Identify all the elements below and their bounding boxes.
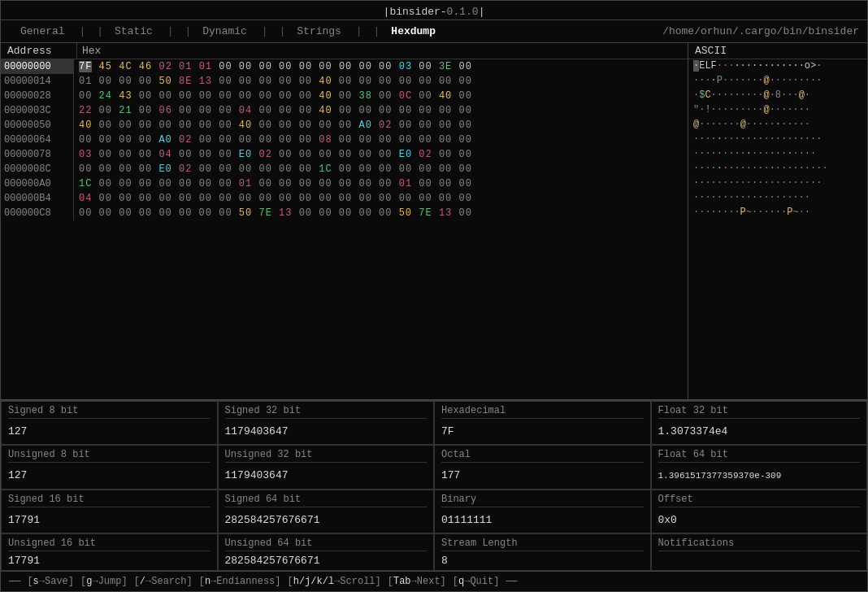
offset-label: Offset [658, 494, 861, 507]
hex-row[interactable]: 00000028 00 24 43 00 00 00 00 00 00 00 0… [1, 89, 688, 103]
ascii-row: ······················· [688, 162, 867, 176]
ascii-row: ·ELF···············o>· [688, 59, 867, 74]
tab-strings[interactable]: Strings [285, 24, 373, 39]
hex-address: 000000A0 [1, 176, 74, 191]
app-container: |binsider-0.1.0| General | Static | Dyna… [0, 0, 868, 592]
hex-headers: Address Hex [1, 43, 688, 59]
signed64-label: Signed 64 bit [225, 494, 427, 507]
unsigned16-value: 17791 [8, 555, 210, 567]
info-cell-unsigned8: Unsigned 8 bit 127 [1, 445, 218, 489]
hex-bytes: 40 00 00 00 00 00 00 00 40 00 00 00 00 0… [74, 119, 688, 132]
hex-address: 000000C8 [1, 206, 74, 220]
signed16-value: 17791 [8, 511, 210, 529]
hex-bytes: 22 00 21 00 06 00 00 00 04 00 00 00 40 0… [74, 104, 688, 117]
ascii-row: @·······@··········· [688, 118, 867, 133]
footer-item-endianness[interactable]: [n→Endianness] [199, 576, 281, 587]
tab-general[interactable]: General [9, 24, 97, 39]
ascii-row: ····P·······@········· [688, 74, 867, 89]
hex-address: 000000B4 [1, 191, 74, 206]
hex-row[interactable]: 00000014 01 00 00 00 50 8E 13 00 00 00 0… [1, 74, 688, 89]
ascii-row: ······················ [688, 176, 867, 191]
hex-row[interactable]: 000000B4 04 00 00 00 00 00 00 00 00 00 0… [1, 191, 688, 206]
info-cell-float64: Float 64 bit 1.3961517377359370e-309 [651, 445, 868, 489]
address-header: Address [4, 43, 77, 59]
unsigned64-label: Unsigned 64 bit [225, 538, 427, 551]
footer-dash-left: —— [9, 576, 20, 587]
tab-static[interactable]: Static [103, 24, 184, 39]
notifications-value [658, 555, 861, 567]
tab-dynamic[interactable]: Dynamic [191, 24, 279, 39]
hex-row[interactable]: 00000050 40 00 00 00 00 00 00 00 40 00 0… [1, 118, 688, 133]
footer-item-save[interactable]: [s→Save] [27, 576, 74, 587]
hex-bytes: 00 00 00 00 E0 02 00 00 00 00 00 00 1C 0… [74, 163, 688, 176]
hex-address: 0000008C [1, 162, 74, 176]
hex-row[interactable]: 00000064 00 00 00 00 A0 02 00 00 00 00 0… [1, 133, 688, 147]
ascii-row: ···················· [688, 191, 867, 206]
tab-hexdump[interactable]: Hexdump [380, 24, 447, 39]
signed64-value: 282584257676671 [225, 511, 427, 529]
hex-address: 00000078 [1, 147, 74, 162]
footer-item-quit[interactable]: [q→Quit] [453, 576, 500, 587]
hex-address: 00000014 [1, 74, 74, 89]
info-cell-unsigned64: Unsigned 64 bit 282584257676671 [218, 533, 435, 571]
float32-value: 1.3073374e4 [658, 422, 861, 441]
float64-value: 1.3961517377359370e-309 [658, 466, 861, 485]
info-cell-signed64: Signed 64 bit 282584257676671 [218, 490, 435, 533]
ascii-row: ·$C·········@·8···@· [688, 89, 867, 103]
hex-bytes: 1C 00 00 00 00 00 00 00 01 00 00 00 00 0… [74, 177, 688, 190]
footer: —— [s→Save] [g→Jump] [/→Search] [n→Endia… [1, 571, 867, 591]
hex-value: 7F [441, 422, 644, 441]
app-version: 0.1.0 [447, 6, 479, 18]
hex-header: Hex [77, 43, 684, 59]
signed8-label: Signed 8 bit [8, 405, 210, 419]
info-cell-binary: Binary 01111111 [434, 490, 651, 533]
hex-bytes: 7F 45 4C 46 02 01 01 00 00 00 00 00 00 0… [74, 60, 688, 73]
hex-row[interactable]: 0000008C 00 00 00 00 E0 02 00 00 00 00 0… [1, 162, 688, 176]
info-cell-stream-length: Stream Length 8 [434, 533, 651, 571]
unsigned64-value: 282584257676671 [225, 555, 427, 567]
info-cell-octal: Octal 177 [434, 445, 651, 489]
ascii-row: "·!·········@······· [688, 103, 867, 118]
signed16-label: Signed 16 bit [8, 494, 210, 507]
stream-length-value: 8 [441, 555, 644, 567]
title-bar: |binsider-0.1.0| [1, 1, 867, 20]
nav-sep-2: | [184, 25, 191, 37]
footer-item-next[interactable]: [Tab→Next] [388, 576, 446, 587]
hex-view: Address Hex 00000000 7F 45 4C 46 02 01 0… [1, 43, 867, 400]
info-cell-signed8: Signed 8 bit 127 [1, 401, 218, 445]
ascii-row: ····················· [688, 147, 867, 162]
title-separator-right: | [479, 6, 485, 18]
unsigned32-label: Unsigned 32 bit [225, 449, 427, 463]
footer-item-jump[interactable]: [g→Jump] [80, 576, 128, 587]
footer-dash-right: —— [506, 576, 517, 587]
hex-bytes: 00 24 43 00 00 00 00 00 00 00 00 00 40 0… [74, 89, 688, 102]
unsigned8-label: Unsigned 8 bit [8, 449, 210, 463]
footer-item-scroll[interactable]: [h/j/k/l→Scroll] [288, 576, 381, 587]
hex-section: Address Hex 00000000 7F 45 4C 46 02 01 0… [1, 43, 688, 399]
nav-sep-1: | [97, 25, 103, 37]
hex-address: 0000003C [1, 103, 74, 118]
hex-row[interactable]: 0000003C 22 00 21 00 06 00 00 00 04 00 0… [1, 103, 688, 118]
signed32-value: 1179403647 [225, 422, 427, 441]
info-cell-float32: Float 32 bit 1.3073374e4 [651, 401, 868, 445]
octal-value: 177 [441, 466, 644, 485]
binary-label: Binary [441, 494, 644, 507]
hex-row[interactable]: 000000A0 1C 00 00 00 00 00 00 00 01 00 0… [1, 176, 688, 191]
hex-rows-container[interactable]: 00000000 7F 45 4C 46 02 01 01 00 00 00 0… [1, 59, 688, 220]
notifications-label: Notifications [658, 538, 861, 551]
footer-item-search[interactable]: [/→Search] [134, 576, 193, 587]
info-cell-offset: Offset 0x0 [651, 490, 868, 533]
hex-row[interactable]: 000000C8 00 00 00 00 00 00 00 00 50 7E 1… [1, 206, 688, 220]
hex-row[interactable]: 00000078 03 00 00 00 04 00 00 00 E0 02 0… [1, 147, 688, 162]
unsigned8-value: 127 [8, 466, 210, 485]
info-cell-signed16: Signed 16 bit 17791 [1, 490, 218, 533]
file-path: /home/orhun/.cargo/bin/binsider [662, 25, 859, 37]
info-grid: Signed 8 bit 127 Signed 32 bit 117940364… [1, 400, 867, 571]
ascii-rows-container: ·ELF···············o>· ····P·······@····… [688, 59, 867, 220]
unsigned16-label: Unsigned 16 bit [8, 538, 210, 551]
hex-row[interactable]: 00000000 7F 45 4C 46 02 01 01 00 00 00 0… [1, 59, 688, 74]
hex-bytes: 00 00 00 00 A0 02 00 00 00 00 00 00 08 0… [74, 133, 688, 146]
info-cell-signed32: Signed 32 bit 1179403647 [218, 401, 435, 445]
hex-address: 00000028 [1, 89, 74, 103]
stream-length-label: Stream Length [441, 538, 644, 551]
